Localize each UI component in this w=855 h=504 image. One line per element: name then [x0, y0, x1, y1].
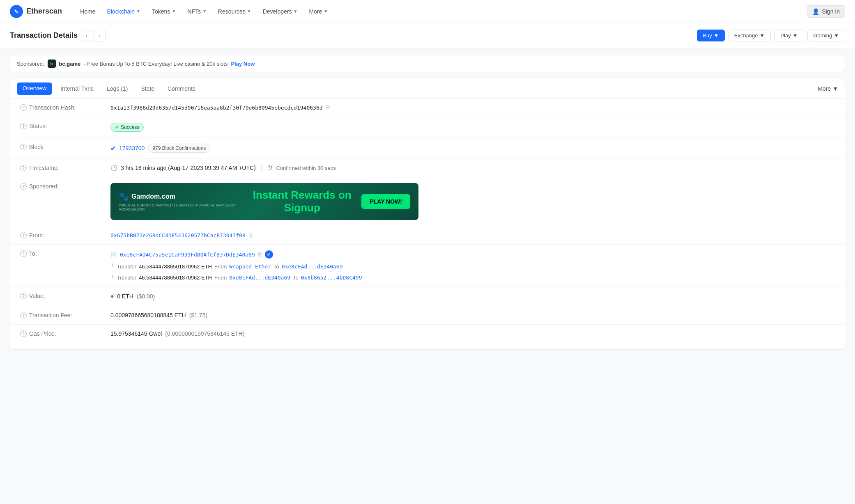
- nav-resources[interactable]: Resources ▼: [213, 5, 256, 18]
- nav-tokens[interactable]: Tokens ▼: [147, 5, 181, 18]
- transfer-from-label-2: From: [214, 275, 227, 281]
- success-badge: ✔ Success: [110, 123, 144, 132]
- nav-home[interactable]: Home: [75, 5, 100, 18]
- to-address-row: 📄 0xe8cFAd4C75a5e1CaF939Fd80AfCf837DdE34…: [110, 250, 273, 259]
- block-label: ? Block:: [20, 144, 110, 150]
- to-row: ? To: 📄 0xe8cFAd4C75a5e1CaF939Fd80AfCf83…: [10, 245, 845, 287]
- transfer-from-link-1[interactable]: Wrapped Ether: [229, 263, 271, 270]
- transaction-details: ? Transaction Hash: 0x1a13f3988d29d6357d…: [10, 99, 845, 349]
- transfer-row-1: └ Transfer 46.584447886501870962 ETH Fro…: [110, 263, 343, 270]
- buy-button[interactable]: Buy ▼: [697, 30, 724, 41]
- timestamp-value: 🕐 3 hrs 16 mins ago (Aug-17-2023 09:39:4…: [110, 165, 835, 171]
- to-label: ? To:: [20, 250, 110, 257]
- block-help-icon[interactable]: ?: [20, 144, 27, 150]
- tab-overview[interactable]: Overview: [17, 82, 52, 95]
- exchange-button[interactable]: Exchange ▼: [728, 30, 771, 41]
- transfer-from-link-2[interactable]: 0xe8cFAd...dE340a69: [229, 275, 290, 281]
- next-arrow[interactable]: ›: [94, 30, 106, 41]
- transfer-to-label-2: To: [293, 275, 299, 281]
- transfer-to-link-1[interactable]: 0xe8cFAd...dE340a69: [282, 263, 343, 270]
- to-copy-icon[interactable]: ⎘: [258, 251, 262, 258]
- blockchain-caret: ▼: [136, 9, 140, 14]
- confirmations-badge: 979 Block Confirmations: [148, 144, 210, 153]
- transfer-to-link-2[interactable]: 0x8b8652...4bD8C499: [301, 275, 362, 281]
- nav-developers[interactable]: Developers ▼: [258, 5, 303, 18]
- block-number-link[interactable]: 17933700: [119, 145, 145, 151]
- tab-comments[interactable]: Comments: [161, 80, 202, 98]
- to-help-icon[interactable]: ?: [20, 250, 27, 257]
- transfer-amount-2: 46.584447886501870962 ETH: [139, 275, 212, 281]
- sponsored-text: - Free Bonus Up To 5 BTC Everyday! Live …: [84, 61, 228, 67]
- gaming-caret: ▼: [834, 32, 839, 39]
- nav-nfts[interactable]: NFTs ▼: [182, 5, 211, 18]
- sponsored-cta[interactable]: Play Now: [231, 61, 255, 67]
- tokens-caret: ▼: [172, 9, 176, 14]
- tab-logs[interactable]: Logs (1): [100, 80, 134, 98]
- navigation-arrows: ‹ ›: [81, 30, 106, 41]
- hash-copy-icon[interactable]: ⎘: [326, 104, 329, 111]
- fee-usd-text: ($1.75): [189, 312, 207, 318]
- gas-eth-text: (0.000000015975346145 ETH): [165, 330, 244, 337]
- transfer-to-label-1: To: [274, 263, 279, 270]
- fee-help-icon[interactable]: ?: [20, 312, 27, 318]
- ad-banner[interactable]: 🐾 Gamdom.com IMPERIAL ESPORTS PARTNER | …: [110, 183, 418, 220]
- ad-partners-text: IMPERIAL ESPORTS PARTNER | USAIN BOLT OF…: [119, 203, 243, 211]
- prev-arrow[interactable]: ‹: [81, 30, 92, 41]
- separator: |: [261, 165, 262, 171]
- sign-in-button[interactable]: 👤 Sign In: [807, 5, 845, 18]
- value-help-icon[interactable]: ?: [20, 293, 27, 299]
- brand-logo[interactable]: Etherscan: [10, 5, 62, 18]
- to-address-link[interactable]: 0xe8cFAd4C75a5e1CaF939Fd80AfCf837DdE340a…: [120, 252, 255, 258]
- status-row: ? Status: ✔ Success: [10, 117, 845, 138]
- sponsored-ad-value: 🐾 Gamdom.com IMPERIAL ESPORTS PARTNER | …: [110, 183, 835, 220]
- tab-internal-txns[interactable]: Internal Txns: [54, 80, 100, 98]
- more-caret-icon: ▼: [832, 85, 838, 92]
- brand-name: Etherscan: [26, 7, 62, 16]
- navbar: Etherscan Home Blockchain ▼ Tokens ▼ NFT…: [0, 0, 855, 23]
- hash-help-icon[interactable]: ?: [20, 104, 27, 111]
- tab-state[interactable]: State: [134, 80, 161, 98]
- block-check-icon: ✔: [110, 144, 116, 152]
- play-button[interactable]: Play ▼: [774, 30, 804, 41]
- bcgame-icon: b: [48, 60, 56, 68]
- from-help-icon[interactable]: ?: [20, 232, 27, 238]
- transfer-label-2: Transfer: [117, 275, 136, 281]
- resources-caret: ▼: [247, 9, 251, 14]
- from-row: ? From: 0x675bB023e268dCC43F543620577bCa…: [10, 226, 845, 245]
- sponsored-label: Sponsored:: [17, 61, 44, 67]
- title-area: Transaction Details ‹ ›: [10, 30, 106, 41]
- contract-icon: 📄: [110, 252, 117, 257]
- transfer-from-label-1: From: [214, 263, 227, 270]
- ad-left: 🐾 Gamdom.com IMPERIAL ESPORTS PARTNER | …: [119, 192, 243, 211]
- nav-more[interactable]: More ▼: [304, 5, 333, 18]
- main-content: Sponsored: b bc.game - Free Bonus Up To …: [0, 48, 855, 356]
- success-dot-icon: ✔: [115, 124, 119, 130]
- sponsored-row: ? Sponsored: 🐾 Gamdom.com IMPERIAL ESPOR…: [10, 177, 845, 226]
- from-address-link[interactable]: 0x675bB023e268dCC43F543620577bCacB73047f…: [110, 232, 246, 238]
- ad-play-button[interactable]: PLAY NOW!: [361, 194, 410, 209]
- gaming-button[interactable]: Gaming ▼: [807, 30, 845, 41]
- gas-label: ? Gas Price:: [20, 330, 110, 337]
- status-help-icon[interactable]: ?: [20, 123, 27, 129]
- nav-blockchain[interactable]: Blockchain ▼: [102, 5, 145, 18]
- transfer-row-2: └ Transfer 46.584447886501870962 ETH Fro…: [110, 275, 362, 281]
- timestamp-text: 3 hrs 16 mins ago (Aug-17-2023 09:39:47 …: [121, 165, 256, 171]
- value-eth-text: 0 ETH: [117, 293, 133, 300]
- sponsored-help-icon[interactable]: ?: [20, 183, 27, 190]
- value-value: ♦ 0 ETH ($0.00): [110, 293, 835, 300]
- status-value: ✔ Success: [110, 123, 835, 132]
- brand-icon: [10, 5, 23, 18]
- timestamp-help-icon[interactable]: ?: [20, 165, 27, 171]
- status-label: ? Status:: [20, 123, 110, 129]
- from-copy-icon[interactable]: ⎘: [249, 232, 252, 238]
- user-icon: 👤: [812, 8, 819, 15]
- confirmed-within-text: Confirmed within 30 secs: [276, 165, 336, 171]
- sponsored-row-label: ? Sponsored:: [20, 183, 110, 190]
- clock-icon-2: ⏱: [267, 165, 273, 171]
- gas-help-icon[interactable]: ?: [20, 330, 27, 337]
- timestamp-label: ? Timestamp:: [20, 165, 110, 171]
- tabs-more[interactable]: More ▼: [818, 80, 838, 97]
- hash-row: ? Transaction Hash: 0x1a13f3988d29d6357d…: [10, 99, 845, 117]
- ad-center: Instant Rewards on Signup: [243, 189, 361, 214]
- gas-row: ? Gas Price: 15.975346145 Gwei (0.000000…: [10, 325, 845, 343]
